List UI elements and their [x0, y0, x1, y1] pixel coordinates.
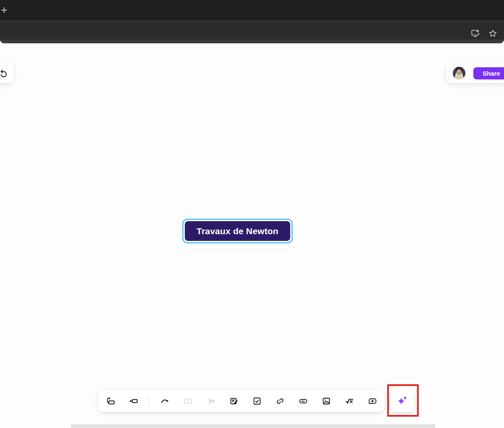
container-icon[interactable]	[176, 390, 199, 412]
bookmark-star-icon[interactable]	[488, 28, 498, 39]
mindmap-toolbar	[98, 390, 384, 412]
toolbar-divider	[149, 395, 149, 407]
horizontal-scrollbar[interactable]	[71, 424, 436, 428]
add-sibling-node-icon[interactable]	[122, 390, 145, 412]
browser-chrome: +	[0, 0, 504, 43]
new-tab-button[interactable]: +	[0, 3, 11, 17]
link-icon[interactable]	[268, 390, 291, 412]
curve-connector-icon[interactable]	[153, 390, 176, 412]
browser-toolbar	[0, 21, 504, 43]
task-checkbox-icon[interactable]	[245, 390, 268, 412]
browser-tab-strip: +	[0, 0, 504, 21]
summary-icon[interactable]	[199, 390, 222, 412]
add-frame-icon[interactable]	[361, 390, 384, 412]
install-app-icon[interactable]	[470, 28, 480, 39]
undo-panel	[0, 63, 14, 83]
image-icon[interactable]	[315, 390, 338, 412]
mindmap-root-node[interactable]: Travaux de Newton	[185, 221, 290, 241]
avatar[interactable]	[453, 67, 465, 79]
add-child-node-icon[interactable]	[100, 390, 122, 412]
sparkles-icon	[396, 394, 409, 408]
presence-panel: Share	[446, 63, 504, 83]
math-equation-icon[interactable]	[338, 390, 361, 412]
ai-sparkles-button[interactable]	[390, 390, 414, 412]
embed-pill-icon[interactable]	[291, 390, 315, 412]
share-button[interactable]: Share	[473, 67, 504, 79]
node-selection-outline: Travaux de Newton	[182, 219, 293, 243]
note-edit-icon[interactable]	[222, 390, 245, 412]
